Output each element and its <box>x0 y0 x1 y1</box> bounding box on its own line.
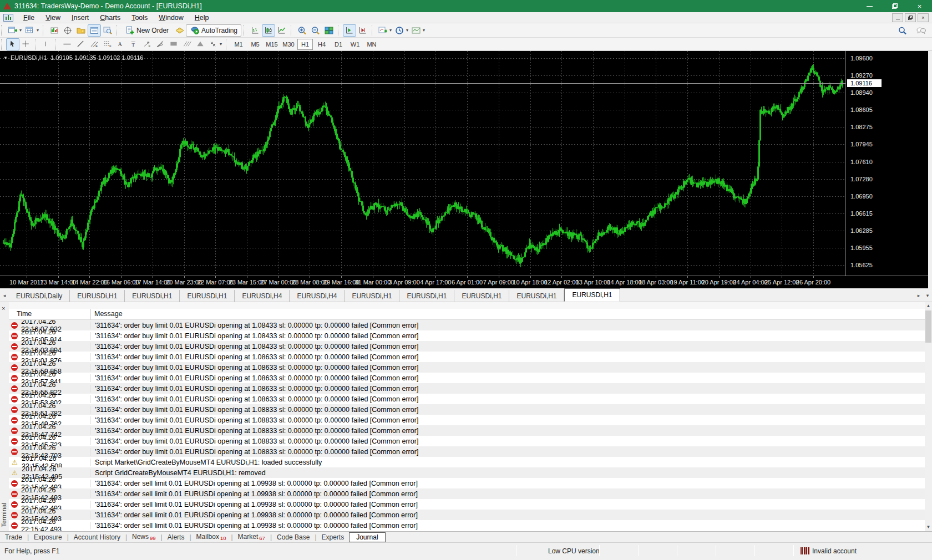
terminal-tab-exposure[interactable]: Exposure <box>29 533 67 542</box>
new-order-button[interactable]: New Order <box>121 24 173 37</box>
journal-row[interactable]: 2017.04.26 22:15:42.493'311634': order s… <box>9 520 925 531</box>
menu-item-charts[interactable]: Charts <box>94 13 126 23</box>
timeframe-m5-button[interactable]: M5 <box>247 39 263 50</box>
arrow-line-button[interactable]: F <box>140 38 154 50</box>
journal-row[interactable]: 2017.04.26 22:15:43.703'311634': order b… <box>9 446 925 457</box>
crosshair-button[interactable] <box>19 38 33 50</box>
terminal-tab-mailbox[interactable]: Mailbox10 <box>191 532 231 542</box>
candlestick-button[interactable] <box>262 24 275 37</box>
dropdown-caret-icon[interactable]: ▾ <box>37 28 39 33</box>
chart-tab-7[interactable]: EURUSDi,H1 <box>399 290 454 302</box>
timeframe-d1-button[interactable]: D1 <box>331 39 346 50</box>
vertical-line-button[interactable] <box>40 38 53 50</box>
terminal-panel-button[interactable] <box>88 24 101 37</box>
navigator-button[interactable] <box>74 24 88 37</box>
zoom-out-button[interactable] <box>309 24 322 37</box>
dropdown-caret-icon[interactable]: ▾ <box>423 28 425 33</box>
data-window-button[interactable] <box>61 24 74 37</box>
auto-scroll-button[interactable] <box>343 24 356 37</box>
journal-row[interactable]: ⚠2017.04.26 22:15:42.508Script Market\Gr… <box>9 457 925 467</box>
menu-item-window[interactable]: Window <box>153 13 189 23</box>
timeframe-w1-button[interactable]: W1 <box>347 39 363 50</box>
journal-row[interactable]: 2017.04.26 22:15:42.493'311634': order s… <box>9 478 925 488</box>
journal-row[interactable]: ⚠2017.04.26 22:15:42.495Script GridCreat… <box>9 467 925 478</box>
connection-bars-icon[interactable] <box>801 547 809 554</box>
arrows-button[interactable] <box>154 38 167 50</box>
terminal-tab-trade[interactable]: Trade <box>0 533 27 542</box>
terminal-tab-news[interactable]: News99 <box>127 532 161 542</box>
new-chart-button[interactable]: ▾ <box>6 24 23 37</box>
timeframe-m30-button[interactable]: M30 <box>281 39 296 50</box>
journal-row[interactable]: 2017.04.26 22:15:42.493'311634': order s… <box>9 488 925 499</box>
tab-scroll-right-button[interactable]: ▸ <box>914 289 923 302</box>
journal-row[interactable]: 2017.04.26 22:15:57.841'311634': order b… <box>9 373 925 383</box>
journal-row[interactable]: 2017.04.26 22:15:47.742'311634': order b… <box>9 425 925 436</box>
timeframe-h4-button[interactable]: H4 <box>314 39 330 50</box>
status-account-text[interactable]: Invalid account <box>812 547 857 555</box>
scroll-down-icon[interactable]: ▼ <box>925 523 932 531</box>
terminal-tab-code-base[interactable]: Code Base <box>272 533 315 542</box>
menu-item-insert[interactable]: Insert <box>66 13 94 23</box>
equidistant-channel-button[interactable]: E <box>87 38 100 50</box>
fibonacci-button[interactable]: F <box>100 38 114 50</box>
quick-trade-arrow-icon[interactable]: ▼ <box>3 55 8 60</box>
journal-row[interactable]: 2017.04.26 22:16:03.894'311634': order b… <box>9 341 925 352</box>
terminal-scrollbar[interactable]: ▲ ▼ <box>925 302 932 531</box>
search-button[interactable] <box>895 24 909 37</box>
terminal-tab-alerts[interactable]: Alerts <box>163 533 190 542</box>
journal-row[interactable]: 2017.04.26 22:15:42.493'311634': order s… <box>9 499 925 510</box>
terminal-close-button[interactable]: × <box>2 306 5 311</box>
chart-tab-8[interactable]: EURUSDi,H1 <box>454 290 509 302</box>
timeframe-mn-button[interactable]: MN <box>364 39 379 50</box>
mdi-close-button[interactable]: × <box>918 13 929 22</box>
journal-row[interactable]: 2017.04.26 22:15:45.723'311634': order b… <box>9 436 925 446</box>
cursor-button[interactable] <box>6 38 19 50</box>
chat-button[interactable] <box>914 24 928 37</box>
bar-chart-button[interactable] <box>249 24 262 37</box>
strategy-tester-button[interactable] <box>101 24 114 37</box>
market-watch-button[interactable] <box>48 24 61 37</box>
autotrading-button[interactable]: AutoTrading <box>186 24 241 37</box>
chart-shift-button[interactable] <box>356 24 369 37</box>
column-header-message[interactable]: Message <box>94 310 123 318</box>
triangle-button[interactable] <box>194 38 207 50</box>
journal-row[interactable]: 2017.04.26 22:15:49.762'311634': order b… <box>9 415 925 425</box>
dropdown-caret-icon[interactable]: ▾ <box>19 28 22 33</box>
trendline-button[interactable] <box>74 38 87 50</box>
chart-tab-1[interactable]: EURUSDi,H1 <box>70 290 125 302</box>
chart-area[interactable]: ▼ EURUSDi,H1 1.09105 1.09135 1.09102 1.0… <box>0 51 932 288</box>
restore-button[interactable] <box>882 0 907 12</box>
chart-tab-6[interactable]: EURUSDi,H1 <box>345 290 399 302</box>
chart-tab-4[interactable]: EURUSDi,H4 <box>235 290 290 302</box>
timeframe-m1-button[interactable]: M1 <box>231 39 246 50</box>
chart-tab-3[interactable]: EURUSDi,H1 <box>180 290 235 302</box>
zoom-in-button[interactable] <box>296 24 309 37</box>
chart-tab-0[interactable]: EURUSDi,Daily <box>9 290 70 302</box>
journal-row[interactable]: 2017.04.26 22:16:01.876'311634': order b… <box>9 352 925 362</box>
templates-button[interactable]: ▾ <box>410 24 427 37</box>
indicators-button[interactable]: ▾ <box>377 24 393 37</box>
arrow-symbols-button[interactable]: ▾ <box>207 38 224 50</box>
line-chart-button[interactable] <box>275 24 288 37</box>
chart-tab-10[interactable]: EURUSDi,H1 <box>564 288 620 302</box>
periods-button[interactable]: ▾ <box>393 24 410 37</box>
journal-row[interactable]: 2017.04.26 22:15:55.822'311634': order b… <box>9 383 925 394</box>
tab-scroll-left-button[interactable]: ◂ <box>0 289 9 302</box>
chart-tab-5[interactable]: EURUSDi,H4 <box>290 290 345 302</box>
menu-item-tools[interactable]: Tools <box>126 13 153 23</box>
timeframe-m15-button[interactable]: M15 <box>264 39 280 50</box>
journal-row[interactable]: 2017.04.26 22:15:51.782'311634': order b… <box>9 404 925 415</box>
text-label-button[interactable]: T <box>127 38 140 50</box>
column-header-time[interactable]: Time <box>17 310 32 318</box>
dropdown-caret-icon[interactable]: ▾ <box>389 28 392 33</box>
journal-row[interactable]: 2017.04.26 22:15:53.802'311634': order b… <box>9 394 925 404</box>
timeframe-h1-button[interactable]: H1 <box>297 39 313 50</box>
mdi-restore-button[interactable] <box>905 13 916 22</box>
journal-row[interactable]: 2017.04.26 22:15:59.858'311634': order b… <box>9 362 925 373</box>
menu-item-view[interactable]: View <box>40 13 66 23</box>
scroll-up-icon[interactable]: ▲ <box>925 302 932 310</box>
candlestick-chart[interactable] <box>0 51 845 276</box>
tile-windows-button[interactable] <box>322 24 336 37</box>
minimize-button[interactable] <box>857 0 882 12</box>
mdi-minimize-button[interactable] <box>892 13 903 22</box>
